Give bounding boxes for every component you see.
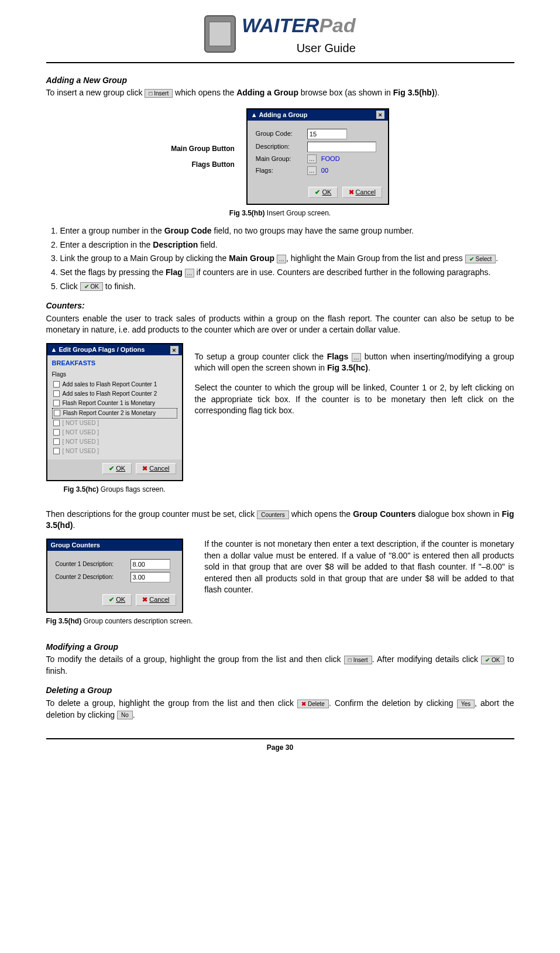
fig-caption-hc: Groups flags screen. [98, 485, 165, 493]
page-header: WAITERPad User Guide [46, 12, 514, 63]
dialog-counters-title: Group Counters [51, 541, 100, 550]
dialog-flags-title: ▲ Edit GroupA Flags / Options [51, 345, 145, 354]
para-counters-desc-intro: Then descriptions for the group counter … [46, 509, 514, 532]
flags-icon-button[interactable]: … [352, 353, 361, 362]
dialog-edit-flags: ▲ Edit GroupA Flags / Options × BREAKFAS… [46, 343, 183, 481]
flag-checkbox[interactable]: Add sales to Flash Report Counter 2 [52, 389, 177, 399]
pda-icon [204, 15, 236, 53]
flag-checkbox[interactable]: Add sales to Flash Report Counter 1 [52, 380, 177, 389]
insert-button-inline[interactable]: □ Insert [145, 89, 173, 98]
counter1-input[interactable]: 8.00 [130, 559, 170, 570]
flag-icon-button[interactable]: … [185, 269, 194, 277]
ok-button-inline[interactable]: ✔ OK [80, 282, 103, 291]
flags-group-name: BREAKFASTS [52, 359, 177, 368]
cancel-button[interactable]: ✖ Cancel [136, 463, 176, 474]
heading-deleting-group: Deleting a Group [46, 685, 514, 697]
ok-button[interactable]: ✔ OK [102, 594, 132, 605]
dialog-title-text: ▲ Adding a Group [251, 111, 308, 119]
para-select-counter: Select the counter to which the group wi… [195, 382, 514, 417]
fig-label-hd: Fig 3.5(hd) [46, 617, 82, 625]
flag-checkbox-disabled: [ NOT USED ] [52, 428, 177, 437]
brand-pad: Pad [319, 14, 355, 36]
close-icon[interactable]: × [170, 346, 178, 354]
dialog-adding-group: ▲ Adding a Group × Group Code:15 Descrip… [246, 108, 389, 205]
main-group-button[interactable]: … [307, 155, 317, 163]
fig-caption-hd: Group counters description screen. [81, 617, 193, 625]
flag-checkbox[interactable]: Flash Report Counter 2 is Monetary [52, 408, 177, 419]
fig-label-hb: Fig 3.5(hb) [229, 209, 265, 217]
para-adding-group-intro: To insert a new group click □ Insert whi… [46, 87, 514, 99]
yes-button-inline[interactable]: Yes [457, 700, 475, 708]
heading-counters: Counters: [46, 300, 514, 312]
flag-checkbox[interactable]: Flash Report Counter 1 is Monetary [52, 399, 177, 408]
fig-caption-hb: Insert Group screen. [264, 209, 331, 217]
para-modifying-group: To modify the details of a group, highli… [46, 654, 514, 677]
flag-checkbox-disabled: [ NOT USED ] [52, 447, 177, 456]
insert-button-inline[interactable]: □ Insert [344, 656, 372, 664]
description-input[interactable] [307, 142, 376, 152]
dialog-group-counters: Group Counters Counter 1 Description:8.0… [46, 539, 183, 613]
counter2-input[interactable]: 3.00 [130, 572, 170, 582]
para-deleting-group: To delete a group, highlight the group f… [46, 698, 514, 721]
flags-button[interactable]: … [307, 166, 317, 175]
no-button-inline[interactable]: No [117, 711, 133, 719]
ok-button[interactable]: ✔ OK [308, 187, 338, 198]
close-icon[interactable]: × [376, 111, 384, 119]
ok-button-inline[interactable]: ✔ OK [481, 656, 504, 664]
select-button-inline[interactable]: ✔ Select [465, 255, 496, 263]
page-footer: Page 30 [46, 738, 514, 753]
brand-waiter: WAITER [242, 14, 319, 36]
instruction-list: Enter a group number in the Group Code f… [46, 225, 514, 292]
heading-adding-group: Adding a New Group [46, 75, 514, 87]
group-code-input[interactable]: 15 [307, 129, 347, 139]
main-group-icon-button[interactable]: … [277, 255, 286, 263]
flag-checkbox-disabled: [ NOT USED ] [52, 419, 177, 428]
figure-callouts: Main Group Button Flags Button [171, 138, 235, 176]
cancel-button[interactable]: ✖ Cancel [342, 187, 382, 198]
heading-modifying-group: Modifying a Group [46, 642, 514, 653]
fig-label-hc: Fig 3.5(hc) [63, 485, 98, 493]
para-flags-setup: To setup a group counter click the Flags… [195, 351, 514, 374]
para-counters-intro: Counters enable the user to track sales … [46, 313, 514, 336]
brand-subtitle: User Guide [242, 40, 356, 56]
delete-button-inline[interactable]: ✖ Delete [297, 700, 329, 708]
counters-button-inline[interactable]: Counters [257, 510, 289, 519]
cancel-button[interactable]: ✖ Cancel [136, 594, 176, 605]
flag-checkbox-disabled: [ NOT USED ] [52, 437, 177, 447]
ok-button[interactable]: ✔ OK [102, 463, 132, 474]
para-counter-values: If the counter is not monetary then ente… [204, 539, 514, 596]
